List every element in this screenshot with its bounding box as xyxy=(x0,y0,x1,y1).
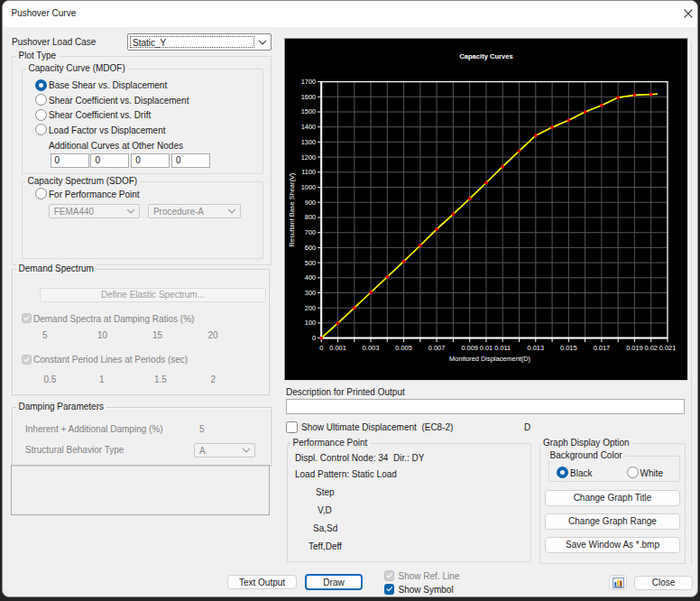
svg-text:200: 200 xyxy=(305,304,316,312)
svg-text:800: 800 xyxy=(305,213,316,221)
svg-text:0.019: 0.019 xyxy=(626,344,643,352)
svg-text:0: 0 xyxy=(312,334,316,342)
svg-text:0.011: 0.011 xyxy=(494,344,511,352)
svg-text:400: 400 xyxy=(305,273,316,282)
svg-text:0.017: 0.017 xyxy=(594,344,611,352)
svg-text:600: 600 xyxy=(305,244,316,252)
svg-text:300: 300 xyxy=(305,289,316,297)
svg-text:0.01: 0.01 xyxy=(480,344,493,352)
svg-text:1200: 1200 xyxy=(301,153,316,162)
svg-text:0.001: 0.001 xyxy=(329,344,346,352)
svg-text:0.02: 0.02 xyxy=(645,344,658,352)
svg-text:1400: 1400 xyxy=(301,123,316,131)
svg-text:0.007: 0.007 xyxy=(428,344,446,352)
svg-text:Monitored Displacement(D): Monitored Displacement(D) xyxy=(449,355,530,363)
svg-text:0.021: 0.021 xyxy=(659,344,677,352)
svg-text:Resultant Base Shear(V): Resultant Base Shear(V) xyxy=(289,173,297,247)
svg-text:0.005: 0.005 xyxy=(395,344,412,352)
svg-text:1700: 1700 xyxy=(301,78,316,86)
svg-text:1300: 1300 xyxy=(301,138,316,146)
svg-text:500: 500 xyxy=(305,259,316,267)
svg-text:0.013: 0.013 xyxy=(528,344,545,352)
svg-text:0.015: 0.015 xyxy=(560,344,577,352)
svg-text:0: 0 xyxy=(319,344,323,352)
svg-text:1100: 1100 xyxy=(301,168,316,176)
svg-text:Capacity Curves: Capacity Curves xyxy=(459,52,513,60)
svg-text:1500: 1500 xyxy=(301,107,316,116)
svg-text:900: 900 xyxy=(305,199,316,207)
svg-text:1600: 1600 xyxy=(301,93,316,101)
svg-text:700: 700 xyxy=(305,228,316,236)
svg-text:100: 100 xyxy=(305,319,316,327)
svg-text:0.003: 0.003 xyxy=(363,344,380,352)
svg-text:1000: 1000 xyxy=(301,183,316,191)
svg-text:0.009: 0.009 xyxy=(461,344,478,352)
